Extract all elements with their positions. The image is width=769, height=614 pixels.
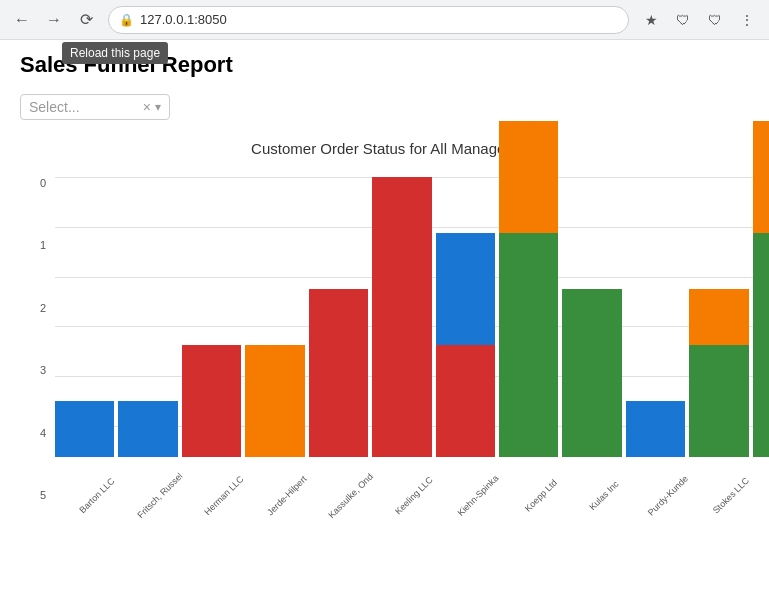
- y-axis-label: 1: [20, 239, 50, 251]
- manager-select[interactable]: Select... × ▾: [20, 94, 170, 120]
- page-content: Sales Funnel Report Select... × ▾ Custom…: [0, 40, 769, 543]
- bar-group: [245, 345, 304, 457]
- bar-group: [626, 401, 685, 457]
- chart-inner: [55, 177, 769, 457]
- extension-button[interactable]: 🛡: [701, 6, 729, 34]
- bar-segment-declined: [118, 401, 177, 457]
- bar-group: [55, 401, 114, 457]
- bars-container: [55, 177, 769, 457]
- address-bar[interactable]: 🔒 127.0.0.1:8050: [108, 6, 629, 34]
- chart-wrapper: Customer Order Status for All Managers 5…: [20, 140, 749, 531]
- bookmark-button[interactable]: ★: [637, 6, 665, 34]
- bar-segment-declined: [626, 401, 685, 457]
- y-axis: 543210: [20, 177, 50, 501]
- bar-group: [309, 289, 368, 457]
- bar-segment-presented: [689, 345, 748, 457]
- chevron-down-icon: ▾: [155, 100, 161, 114]
- x-axis: Barton LLCFritsch, Russel and AndersHerm…: [55, 461, 769, 531]
- bar-segment-presented: [753, 233, 769, 457]
- chart-title: Customer Order Status for All Managers: [20, 140, 749, 157]
- bar-group: [499, 121, 558, 457]
- bar-segment-pending: [689, 289, 748, 345]
- y-axis-label: 2: [20, 302, 50, 314]
- y-axis-label: 3: [20, 364, 50, 376]
- forward-button[interactable]: →: [40, 6, 68, 34]
- bar-segment-won: [182, 345, 241, 457]
- bar-group: [182, 345, 241, 457]
- bar-segment-declined: [436, 233, 495, 345]
- nav-buttons: ← → ⟳ Reload this page: [8, 6, 100, 34]
- browser-actions: ★ 🛡 🛡 ⋮: [637, 6, 761, 34]
- y-axis-label: 0: [20, 177, 50, 189]
- bar-segment-pending: [245, 345, 304, 457]
- bar-segment-pending: [753, 121, 769, 233]
- lock-icon: 🔒: [119, 13, 134, 27]
- menu-button[interactable]: ⋮: [733, 6, 761, 34]
- bar-group: [118, 401, 177, 457]
- y-axis-label: 5: [20, 489, 50, 501]
- bar-segment-won: [436, 345, 495, 457]
- bar-segment-declined: [55, 401, 114, 457]
- bar-segment-won: [309, 289, 368, 457]
- bar-segment-pending: [499, 121, 558, 233]
- bar-segment-presented: [499, 233, 558, 457]
- bar-group: [753, 121, 769, 457]
- bar-group: [689, 289, 748, 457]
- url-text: 127.0.0.1:8050: [140, 12, 227, 27]
- y-axis-label: 4: [20, 427, 50, 439]
- reload-button[interactable]: ⟳: [72, 6, 100, 34]
- bar-group: [372, 177, 431, 457]
- reload-tooltip: Reload this page: [62, 42, 168, 64]
- bar-group: [562, 289, 621, 457]
- back-button[interactable]: ←: [8, 6, 36, 34]
- bar-segment-presented: [562, 289, 621, 457]
- chart-with-axes: 543210 Barton LLCFritsch, Russel and And…: [20, 177, 769, 531]
- bar-group: [436, 233, 495, 457]
- select-placeholder: Select...: [29, 99, 139, 115]
- x-axis-label: Stokes LLC: [707, 471, 769, 555]
- select-clear-icon[interactable]: ×: [143, 99, 151, 115]
- shield-button[interactable]: 🛡: [669, 6, 697, 34]
- chart-area: 543210 Barton LLCFritsch, Russel and And…: [20, 177, 749, 531]
- browser-chrome: ← → ⟳ Reload this page 🔒 127.0.0.1:8050 …: [0, 0, 769, 40]
- bar-segment-won: [372, 177, 431, 457]
